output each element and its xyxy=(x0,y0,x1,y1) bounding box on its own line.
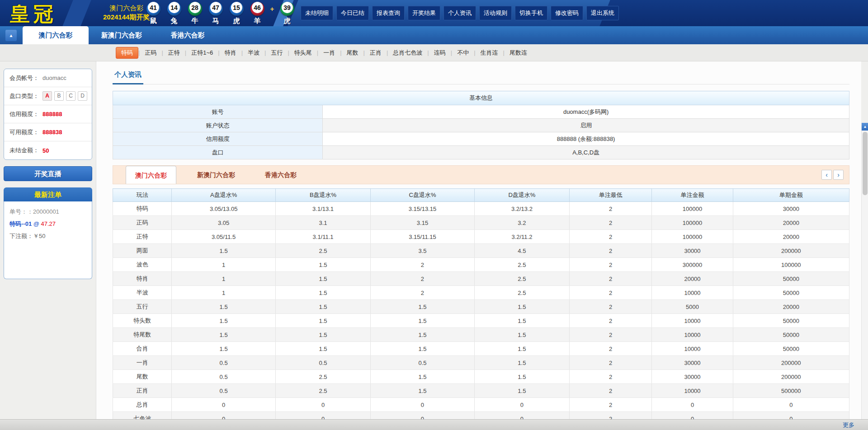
next-arrow-icon[interactable]: › xyxy=(833,170,844,180)
play-type-item[interactable]: 正特1~6 xyxy=(186,47,218,58)
odds-cell: 2 xyxy=(569,398,651,412)
play-type-item[interactable]: 半波 xyxy=(243,47,264,58)
odds-cell: 2 xyxy=(569,314,651,328)
odds-cell: 两面 xyxy=(113,244,172,258)
odds-cell: 50000 xyxy=(733,272,849,286)
odds-row: 特码3.05/13.053.1/13.13.15/13.153.2/13.221… xyxy=(113,202,849,216)
odds-cell: 3.1/13.1 xyxy=(276,202,371,216)
play-type-item[interactable]: 总肖七色波 xyxy=(388,47,427,58)
top-menu-item[interactable]: 个人资讯 xyxy=(443,6,476,20)
top-menu-item[interactable]: 退出系统 xyxy=(586,6,619,20)
top-menu-item[interactable]: 报表查询 xyxy=(372,6,405,20)
odds-cell: 1.5 xyxy=(276,286,371,300)
odds-cell: 50000 xyxy=(733,342,849,356)
odds-cell: 1.5 xyxy=(474,342,569,356)
bet-odds-value: 47.27 xyxy=(41,220,56,227)
play-type-item[interactable]: 不中 xyxy=(452,47,474,58)
top-menu-item[interactable]: 未结明细 xyxy=(301,6,333,20)
odds-row: 两面1.52.53.54.5230000200000 xyxy=(113,244,849,258)
play-type-item[interactable]: 正肖 xyxy=(365,47,387,58)
odds-table: 玩法A盘退水%B盘退水%C盘退水%D盘退水%单注最低单注金额单期金额 特码3.0… xyxy=(113,188,849,419)
play-type-item[interactable]: 尾数连 xyxy=(505,47,532,58)
plate-button[interactable]: A xyxy=(42,91,52,101)
play-type-item[interactable]: 特码 xyxy=(116,47,138,59)
bet-detail-line: 特码--01 @ 47.27 xyxy=(9,220,86,228)
lottery-tab[interactable]: 澳门六合彩 xyxy=(23,26,89,44)
result-ball-unit: 41鼠 xyxy=(143,2,164,25)
game-tabs-strip: 澳门六合彩新澳门六合彩香港六合彩 ‹ › xyxy=(113,165,849,184)
live-draw-button[interactable]: 开奖直播 xyxy=(4,166,92,181)
credit-row: 信用额度： 888888 xyxy=(4,105,92,123)
result-balls: 41鼠14兔28牛47马15虎46羊+39虎 xyxy=(143,2,297,25)
play-type-item[interactable]: 特肖 xyxy=(220,47,241,58)
top-menu-item[interactable]: 活动规则 xyxy=(479,6,512,20)
play-type-item[interactable]: 连码 xyxy=(429,47,451,58)
play-type-item[interactable]: 生肖连 xyxy=(476,47,503,58)
odds-cell: 2.5 xyxy=(276,370,371,384)
plate-button[interactable]: B xyxy=(54,91,64,101)
odds-cell: 2.5 xyxy=(474,258,569,272)
collapse-up-icon[interactable]: ▲ xyxy=(5,30,17,41)
scroll-up-icon[interactable]: ▲ xyxy=(862,123,868,131)
top-menu-item[interactable]: 今日已结 xyxy=(336,6,369,20)
plate-buttons: ABCD xyxy=(42,91,87,101)
info-value-cell: A,B,C,D盘 xyxy=(323,146,849,159)
odds-cell: 50000 xyxy=(733,286,849,300)
odds-row: 正码3.053.13.153.2210000020000 xyxy=(113,216,849,230)
play-type-item[interactable]: 一肖 xyxy=(318,47,340,58)
lottery-tab[interactable]: 新澳门六合彩 xyxy=(89,26,155,44)
odds-cell: 0 xyxy=(652,412,733,420)
game-tab[interactable]: 新澳门六合彩 xyxy=(188,166,244,184)
play-type-item[interactable]: 正特 xyxy=(163,47,185,58)
odds-cell: 0 xyxy=(652,398,733,412)
odds-cell: 10000 xyxy=(652,384,733,398)
lottery-tabs: 澳门六合彩新澳门六合彩香港六合彩 xyxy=(23,26,221,44)
ball-animal-label: 虎 xyxy=(233,17,240,25)
vertical-scrollbar[interactable]: ▲ ▼ xyxy=(861,123,868,430)
odds-cell: 1.5 xyxy=(474,328,569,342)
plate-button[interactable]: D xyxy=(78,91,87,101)
latest-bet-title: 最新注单 xyxy=(4,187,92,201)
odds-cell: 1 xyxy=(172,272,276,286)
odds-header-row: 玩法A盘退水%B盘退水%C盘退水%D盘退水%单注最低单注金额单期金额 xyxy=(113,189,849,202)
top-menu-item[interactable]: 开奖结果 xyxy=(408,6,440,20)
play-type-item[interactable]: 正码 xyxy=(140,47,161,58)
odds-row: 半波11.522.521000050000 xyxy=(113,286,849,300)
page-title[interactable]: 个人资讯 xyxy=(113,67,143,84)
top-menu-item[interactable]: 修改密码 xyxy=(551,6,583,20)
more-link[interactable]: 更多 xyxy=(843,421,854,429)
game-tab[interactable]: 澳门六合彩 xyxy=(126,166,176,184)
info-label-cell: 信用额度 xyxy=(113,132,323,146)
scrollbar-thumb[interactable] xyxy=(863,132,868,195)
odds-cell: 3.5 xyxy=(371,244,475,258)
odds-header-cell: 玩法 xyxy=(113,189,172,202)
odds-cell: 1.5 xyxy=(474,370,569,384)
play-type-item[interactable]: 五行 xyxy=(266,47,288,58)
odds-cell: 2 xyxy=(371,286,475,300)
top-menu-item[interactable]: 切换手机 xyxy=(515,6,547,20)
odds-cell: 10000 xyxy=(652,328,733,342)
odds-cell: 1.5 xyxy=(276,300,371,314)
odds-cell: 特码 xyxy=(113,202,172,216)
prev-arrow-icon[interactable]: ‹ xyxy=(821,170,832,180)
odds-cell: 0.5 xyxy=(172,356,276,370)
lottery-ball-icon: 46 xyxy=(250,2,264,16)
odds-cell: 2 xyxy=(569,230,651,244)
odds-cell: 0 xyxy=(733,412,849,420)
odds-cell: 1.5 xyxy=(172,300,276,314)
odds-cell: 1.5 xyxy=(172,328,276,342)
ball-animal-label: 马 xyxy=(212,17,219,25)
play-type-item[interactable]: 尾数 xyxy=(342,47,363,58)
odds-cell: 特肖 xyxy=(113,272,172,286)
play-type-item[interactable]: 特头尾 xyxy=(289,47,317,58)
odds-cell: 100000 xyxy=(652,230,733,244)
account-panel: 会员帐号： duomacc 盘口类型： ABCD 信用额度： 888888 可用… xyxy=(4,69,92,160)
plate-button[interactable]: C xyxy=(66,91,75,101)
odds-cell: 2 xyxy=(371,258,475,272)
game-tab[interactable]: 香港六合彩 xyxy=(256,166,306,184)
bet-play-name[interactable]: 特码--01 xyxy=(9,220,32,227)
lottery-tab[interactable]: 香港六合彩 xyxy=(155,26,221,44)
odds-cell: 1.5 xyxy=(172,314,276,328)
content-area: 会员帐号： duomacc 盘口类型： ABCD 信用额度： 888888 可用… xyxy=(0,61,868,419)
basic-info-header: 基本信息 xyxy=(113,91,849,105)
